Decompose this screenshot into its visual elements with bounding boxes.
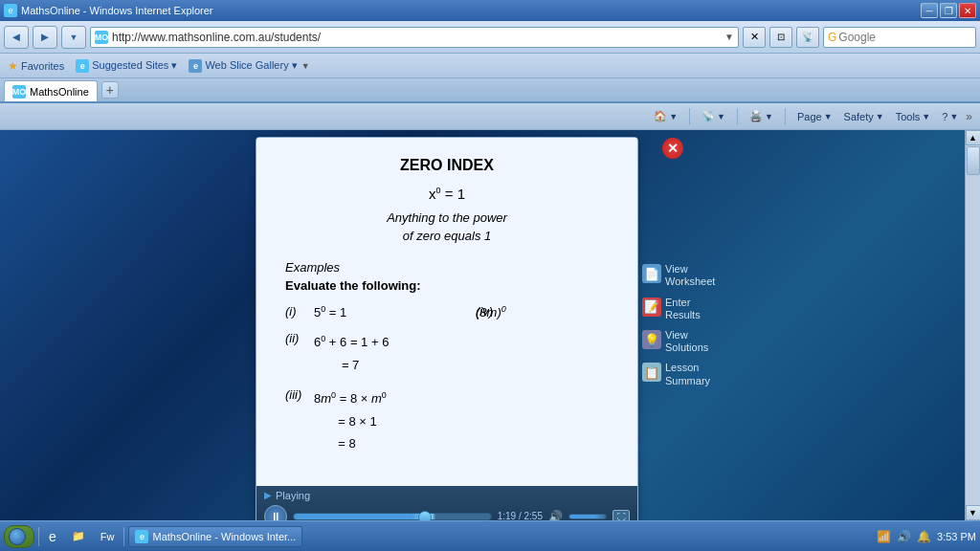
volume-slider[interactable] — [568, 514, 607, 519]
new-tab-button[interactable]: + — [101, 81, 119, 99]
recent-pages-button[interactable]: ▼ — [61, 26, 86, 49]
example-row-2: (ii) 60 + 6 = 1 + 6 = 7 — [285, 331, 609, 376]
print-chevron-icon: ▼ — [765, 112, 773, 121]
tools-chevron-icon: ▼ — [922, 112, 930, 121]
safety-button[interactable]: Safety ▼ — [840, 109, 888, 124]
restore-button[interactable]: ❐ — [940, 3, 957, 18]
search-combo: G 🔍 — [823, 27, 976, 48]
page-button[interactable]: Page ▼ — [793, 109, 836, 124]
example-row-1-4: (i) 50 = 1 (iv) (8m)0 — [285, 304, 609, 320]
favorites-label: Favorites — [21, 60, 64, 72]
toolbar-separator-3 — [785, 108, 786, 125]
network-icon: 📶 — [877, 530, 891, 543]
address-combo: MO ▼ — [90, 27, 739, 48]
refresh-stop-button[interactable]: ✕ — [743, 27, 766, 48]
expand-toolbar-button[interactable]: » — [966, 110, 972, 123]
example4-content: (8m)0 — [476, 304, 609, 320]
forward-button[interactable]: ► — [33, 26, 57, 49]
tab-favicon: MO — [12, 85, 26, 99]
lesson-title: ZERO INDEX — [285, 157, 609, 174]
scroll-down-button[interactable]: ▼ — [966, 505, 981, 520]
content-panel: ZERO INDEX x0 = 1 Anything to the power … — [0, 130, 980, 520]
star-icon: ★ — [8, 59, 18, 73]
results-icon: 📝 — [642, 298, 661, 317]
feeds-button[interactable]: 📡 ▼ — [698, 108, 729, 124]
taskbar-separator — [38, 527, 39, 546]
progress-bar[interactable] — [293, 513, 492, 520]
help-icon: ? — [942, 111, 947, 122]
safety-label: Safety — [844, 111, 874, 122]
ie-icon: e — [4, 4, 17, 17]
summary-icon: 📋 — [642, 363, 661, 382]
math-formula: x0 = 1 — [285, 186, 609, 202]
url-input[interactable] — [112, 31, 724, 44]
example3-content: 8m0 = 8 × m0 = 8 × 1 = 8 — [314, 387, 609, 455]
example4-num: (iv) — [447, 304, 476, 320]
ie-task-label: MathsOnline - Windows Inter... — [152, 531, 296, 542]
tools-label: Tools — [896, 111, 921, 122]
lesson-content: ZERO INDEX x0 = 1 Anything to the power … — [256, 138, 637, 485]
tab-bar: MO MathsOnline + — [0, 78, 980, 103]
play-indicator-icon: ▶ — [264, 490, 272, 500]
view-solutions-button[interactable]: 💡 ViewSolutions — [642, 329, 721, 354]
playing-status: ▶ Playing — [264, 490, 630, 501]
minimize-button[interactable]: ─ — [921, 3, 938, 18]
view-worksheet-button[interactable]: 📄 ViewWorksheet — [642, 263, 721, 288]
safety-chevron-icon: ▼ — [876, 112, 884, 121]
search-provider-icon: G — [828, 31, 836, 44]
scroll-thumb[interactable] — [967, 146, 980, 175]
close-button[interactable]: ✕ — [959, 3, 976, 18]
web-slice-gallery-button[interactable]: e Web Slice Gallery ▾ ▼ — [189, 59, 309, 73]
title-bar-left: e MathsOnline - Windows Internet Explore… — [4, 4, 213, 17]
example-row-3: (iii) 8m0 = 8 × m0 = 8 × 1 = 8 — [285, 387, 609, 455]
help-button[interactable]: ? ▼ — [938, 109, 962, 124]
example1-num: (i) — [285, 304, 314, 320]
explorer-quick-launch[interactable]: 📁 — [66, 526, 91, 547]
suggested-sites-label: Suggested Sites ▾ — [92, 59, 177, 72]
web-slice-label: Web Slice Gallery ▾ — [205, 59, 297, 72]
suggested-sites-button[interactable]: e Suggested Sites ▾ — [76, 59, 177, 73]
summary-label: LessonSummary — [665, 362, 710, 386]
worksheet-icon: 📄 — [642, 264, 661, 283]
enter-results-button[interactable]: 📝 EnterResults — [642, 297, 721, 321]
evaluate-label: Evaluate the following: — [285, 278, 609, 293]
example1-content: 50 = 1 — [314, 304, 447, 320]
fireworks-quick-launch[interactable]: Fw — [95, 526, 121, 547]
example3-num: (iii) — [285, 387, 314, 455]
favorites-bar: ★ Favorites e Suggested Sites ▾ e Web Sl… — [0, 54, 980, 78]
ie-taskbar-task[interactable]: e MathsOnline - Windows Inter... — [128, 526, 302, 547]
taskbar: e 📁 Fw e MathsOnline - Windows Inter... … — [0, 520, 980, 551]
suggested-sites-icon: e — [76, 59, 89, 73]
fireworks-icon: Fw — [100, 531, 115, 542]
lesson-subtitle: Anything to the power of zero equals 1 — [285, 209, 609, 244]
feeds-icon: 📡 — [702, 110, 715, 122]
help-chevron-icon: ▼ — [949, 112, 958, 121]
results-label: EnterResults — [665, 297, 701, 321]
tools-button[interactable]: Tools ▼ — [892, 109, 935, 124]
example2-num: (ii) — [285, 331, 314, 376]
compatibility-button[interactable]: ⊡ — [769, 27, 792, 48]
back-button[interactable]: ◄ — [4, 26, 29, 49]
ie-icon-quick-launch[interactable]: e — [43, 526, 62, 547]
scroll-up-button[interactable]: ▲ — [966, 130, 981, 145]
playing-label-text: Playing — [276, 490, 310, 501]
search-input[interactable] — [838, 31, 980, 44]
scroll-track[interactable] — [966, 145, 981, 505]
examples-label: Examples — [285, 260, 609, 275]
url-dropdown[interactable]: ▼ — [724, 32, 734, 42]
clock-display[interactable]: 3:53 PM — [937, 531, 976, 542]
toolbar-separator-1 — [689, 108, 690, 125]
print-button[interactable]: 🖨️ ▼ — [746, 108, 777, 124]
tab-mathsonline[interactable]: MO MathsOnline — [4, 80, 98, 101]
window-controls: ─ ❐ ✕ — [921, 3, 976, 18]
toolbar-separator-2 — [737, 108, 738, 125]
favorites-button[interactable]: ★ Favorites — [8, 59, 64, 73]
example2-content: 60 + 6 = 1 + 6 = 7 — [314, 331, 609, 376]
rss-button[interactable]: 📡 — [796, 27, 819, 48]
toolbar: 🏠 ▼ 📡 ▼ 🖨️ ▼ Page ▼ Safety ▼ Tools ▼ ? ▼… — [0, 103, 980, 130]
home-button[interactable]: 🏠 ▼ — [650, 108, 681, 124]
system-tray: 📶 🔊 🔔 3:53 PM — [877, 530, 976, 543]
lesson-summary-button[interactable]: 📋 LessonSummary — [642, 362, 721, 386]
ie-task-icon: e — [135, 530, 148, 543]
start-button[interactable] — [4, 525, 34, 548]
